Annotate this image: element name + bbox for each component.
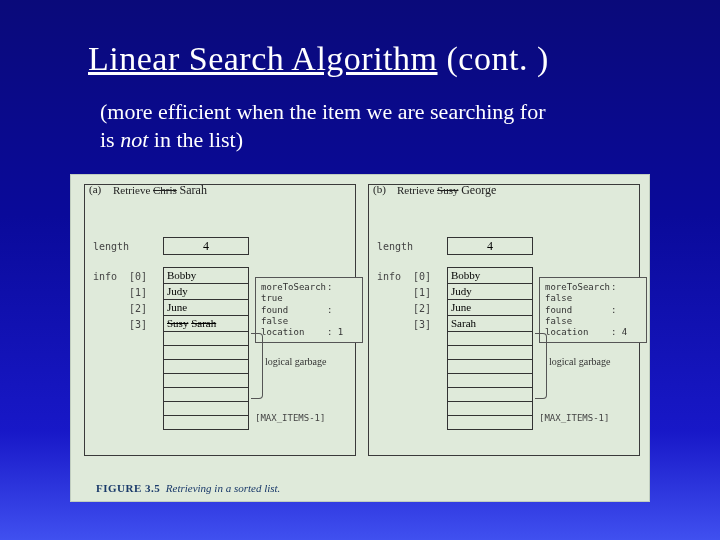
brace-b xyxy=(535,333,547,399)
pane-a-retrieve: Retrieve Chris Sarah xyxy=(113,183,207,198)
list-a-blank-2 xyxy=(164,346,248,360)
list-b-blank-5 xyxy=(448,388,532,402)
status-b: moreToSearch: false found: false locatio… xyxy=(539,277,647,343)
idx-0-b: [0] xyxy=(413,271,431,282)
caption-txt: Retrieving in a sorted list. xyxy=(166,482,281,494)
status-b-k2: found xyxy=(545,305,611,316)
status-b-k1: moreToSearch xyxy=(545,282,611,293)
list-a: Bobby Judy June Susy Sarah xyxy=(163,267,249,430)
list-b-blank-7 xyxy=(448,416,532,430)
pane-b: (b) Retrieve Susy George length 4 info [… xyxy=(368,184,640,456)
length-box-b: 4 xyxy=(447,237,533,255)
status-a-k1: moreToSearch xyxy=(261,282,327,293)
idx-3-a: [3] xyxy=(129,319,147,330)
list-a-blank-3 xyxy=(164,360,248,374)
title-cont: (cont. ) xyxy=(438,40,549,77)
title-main: Linear Search Algorithm xyxy=(88,40,438,77)
idx-2-b: [2] xyxy=(413,303,431,314)
list-a-blank-7 xyxy=(164,416,248,430)
info-label-a: info xyxy=(93,271,117,282)
slide-title: Linear Search Algorithm (cont. ) xyxy=(88,40,549,78)
list-b-blank-3 xyxy=(448,360,532,374)
pane-a-retrieve-strike: Chris xyxy=(153,184,177,196)
idx-1-b: [1] xyxy=(413,287,431,298)
status-a-k3: location xyxy=(261,327,327,338)
max-label-a: [MAX_ITEMS-1] xyxy=(255,413,325,423)
pane-a-retrieve-prefix: Retrieve xyxy=(113,184,153,196)
list-a-row-1: Judy xyxy=(164,284,248,300)
pane-b-retrieve: Retrieve Susy George xyxy=(397,183,496,198)
status-b-v3: : 4 xyxy=(611,327,627,337)
pane-a: (a) Retrieve Chris Sarah length 4 info [… xyxy=(84,184,356,456)
brace-label-b: logical garbage xyxy=(549,357,610,368)
length-box-a: 4 xyxy=(163,237,249,255)
slide-subtitle: (more efficient when the item we are sea… xyxy=(100,98,560,153)
figure-caption: FIGURE 3.5 Retrieving in a sorted list. xyxy=(96,482,280,494)
list-a-row-2: June xyxy=(164,300,248,316)
list-a-row-3: Susy Sarah xyxy=(164,316,248,332)
list-a-blank-5 xyxy=(164,388,248,402)
status-a-k2: found xyxy=(261,305,327,316)
max-label-b: [MAX_ITEMS-1] xyxy=(539,413,609,423)
list-a-blank-4 xyxy=(164,374,248,388)
pane-a-tag: (a) xyxy=(89,183,101,195)
idx-3-b: [3] xyxy=(413,319,431,330)
pane-b-retrieve-prefix: Retrieve xyxy=(397,184,437,196)
list-b-row-2: June xyxy=(448,300,532,316)
subtitle-em: not xyxy=(120,127,148,152)
list-a-row-3-strike: Susy xyxy=(167,317,188,329)
length-label-b: length xyxy=(377,241,413,252)
list-b-blank-6 xyxy=(448,402,532,416)
length-label-a: length xyxy=(93,241,129,252)
list-b-row-1: Judy xyxy=(448,284,532,300)
list-a-row-0: Bobby xyxy=(164,268,248,284)
figure-panel: (a) Retrieve Chris Sarah length 4 info [… xyxy=(70,174,650,502)
list-a-blank-6 xyxy=(164,402,248,416)
list-b: Bobby Judy June Sarah xyxy=(447,267,533,430)
idx-0-a: [0] xyxy=(129,271,147,282)
info-label-b: info xyxy=(377,271,401,282)
subtitle-post: in the list) xyxy=(148,127,243,152)
list-b-row-0: Bobby xyxy=(448,268,532,284)
idx-1-a: [1] xyxy=(129,287,147,298)
caption-fig: FIGURE 3.5 xyxy=(96,482,160,494)
list-b-blank-4 xyxy=(448,374,532,388)
brace-label-a: logical garbage xyxy=(265,357,326,368)
list-b-row-3: Sarah xyxy=(448,316,532,332)
status-a-v3: : 1 xyxy=(327,327,343,337)
list-b-blank-2 xyxy=(448,346,532,360)
list-a-row-3-hand: Sarah xyxy=(191,317,216,329)
status-b-k3: location xyxy=(545,327,611,338)
pane-b-tag: (b) xyxy=(373,183,386,195)
brace-a xyxy=(251,333,263,399)
idx-2-a: [2] xyxy=(129,303,147,314)
list-a-blank-1 xyxy=(164,332,248,346)
pane-b-retrieve-hand: George xyxy=(461,183,496,197)
pane-b-retrieve-strike: Susy xyxy=(437,184,458,196)
pane-a-retrieve-hand: Sarah xyxy=(180,183,207,197)
status-a: moreToSearch: true found: false location… xyxy=(255,277,363,343)
list-b-blank-1 xyxy=(448,332,532,346)
